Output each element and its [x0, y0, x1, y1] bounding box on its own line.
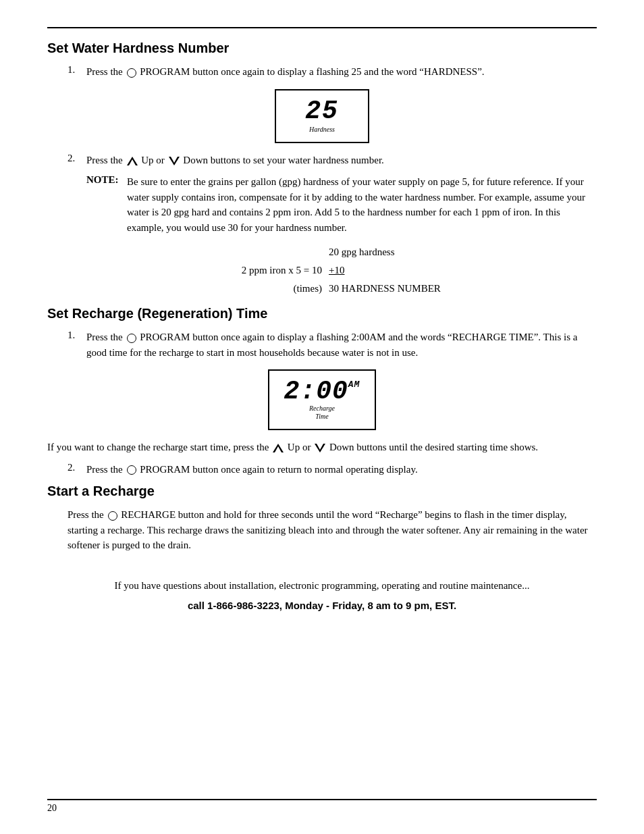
s2-step1-text-after: PROGRAM button once again to display a f… [86, 332, 577, 358]
s2-step2-text-after: PROGRAM button once again to return to n… [140, 464, 417, 475]
display-label-two: Recharge Time [309, 405, 335, 421]
section3-paragraph: Press the RECHARGE button and hold for t… [68, 507, 597, 553]
hardness-row-1: 20 gpg hardness [180, 243, 464, 261]
hardness-col2-r3: 30 HARDNESS NUMBER [329, 280, 464, 298]
step2-up-label: Up [141, 155, 153, 165]
step1-text-after: PROGRAM button once again to display a f… [140, 66, 484, 77]
recharge-label-line2: Time [315, 413, 328, 420]
s2-step2-content: Press the PROGRAM button once again to r… [86, 462, 597, 477]
hardness-col2-r2: +10 [329, 261, 464, 280]
recharge-label-line1: Recharge [309, 405, 335, 412]
step2-number: 2. [68, 153, 86, 164]
am-label: AM [348, 380, 360, 389]
change-time-paragraph: If you want to change the recharge start… [47, 440, 597, 455]
program-circle-icon-2 [127, 334, 136, 343]
change-after: Down buttons until the desired starting … [329, 442, 538, 452]
down-arrow-icon-1 [169, 157, 180, 165]
step1-text-before: Press the [86, 66, 123, 77]
time-value: 2:00 [284, 379, 348, 405]
section2-step2: 2. Press the PROGRAM button once again t… [68, 462, 597, 477]
display-number-time: 2:00 AM [284, 379, 360, 405]
section2-title: Set Recharge (Regeneration) Time [47, 306, 597, 321]
s2-step1-number: 1. [68, 330, 86, 341]
display-label-1: Hardness [309, 126, 335, 133]
display-number-1: 25 [305, 99, 339, 124]
section2-step1: 1. Press the PROGRAM button once again t… [68, 330, 597, 360]
note-text: Be sure to enter the grains per gallon (… [127, 174, 597, 235]
hardness-table: 20 gpg hardness 2 ppm iron x 5 = 10 +10 … [180, 243, 464, 298]
section1-step1: 1. Press the PROGRAM button once again t… [68, 64, 597, 80]
hardness-row-3: (times) 30 HARDNESS NUMBER [180, 280, 464, 298]
change-up-label: Up [288, 442, 300, 452]
note-label: NOTE: [86, 174, 127, 235]
up-arrow-icon-2 [273, 444, 284, 452]
hardness-row-2: 2 ppm iron x 5 = 10 +10 [180, 261, 464, 280]
step2-text-before: Press the [86, 155, 123, 165]
question-line: If you have questions about installation… [47, 580, 597, 592]
bottom-border [47, 799, 597, 800]
step2-or: or [156, 155, 165, 165]
hardness-col1-r1 [180, 243, 329, 261]
page-container: Set Water Hardness Number 1. Press the P… [0, 0, 644, 834]
program-circle-icon-3 [127, 465, 136, 475]
note-block: NOTE: Be sure to enter the grains per ga… [86, 174, 597, 235]
s2-step2-text-before: Press the [86, 464, 123, 475]
step1-number: 1. [68, 64, 86, 76]
step2-text-after: buttons to set your water hardness numbe… [211, 155, 384, 165]
section1-title: Set Water Hardness Number [47, 41, 597, 56]
change-or-text: or [302, 442, 313, 452]
hardness-col1-r2: 2 ppm iron x 5 = 10 [180, 261, 329, 280]
call-text: call 1-866-986-3223, Monday - Friday, 8 … [188, 600, 456, 611]
recharge-circle-icon [108, 511, 117, 521]
program-circle-icon [127, 68, 136, 78]
hardness-col1-r3: (times) [180, 280, 329, 298]
display-box-2: 2:00 AM Recharge Time [268, 369, 376, 430]
section1-step2: 2. Press the Up or Down buttons to set y… [68, 153, 597, 168]
top-border [47, 27, 597, 28]
s2-step2-number: 2. [68, 462, 86, 473]
s2-step1-text-before: Press the [86, 332, 123, 342]
s2-step1-content: Press the PROGRAM button once again to d… [86, 330, 597, 360]
underline-value: +10 [329, 265, 344, 276]
step2-down-label: Down [183, 155, 208, 165]
down-arrow-icon-2 [315, 444, 325, 452]
section3-title: Start a Recharge [47, 484, 597, 499]
hardness-calc: 20 gpg hardness 2 ppm iron x 5 = 10 +10 … [47, 243, 597, 298]
hardness-col2-r1: 20 gpg hardness [329, 243, 464, 261]
step2-content: Press the Up or Down buttons to set your… [86, 153, 597, 168]
up-arrow-icon-1 [127, 157, 138, 165]
question-text: If you have questions about installation… [115, 580, 530, 591]
page-number: 20 [47, 803, 57, 814]
change-text: If you want to change the recharge start… [47, 442, 269, 452]
display-box-1: 25 Hardness [275, 89, 369, 143]
call-line: call 1-866-986-3223, Monday - Friday, 8 … [47, 600, 597, 611]
step1-content: Press the PROGRAM button once again to d… [86, 64, 597, 80]
